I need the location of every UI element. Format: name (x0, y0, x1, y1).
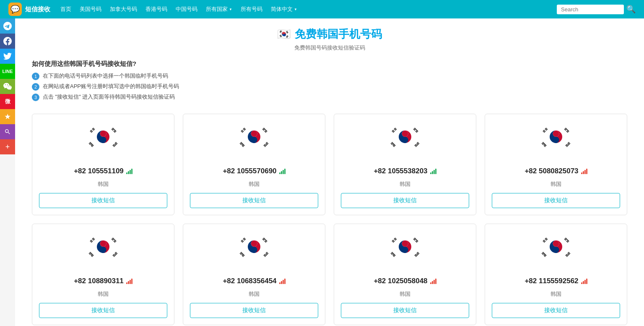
country-flag (386, 124, 424, 162)
receive-sms-button[interactable]: 接收短信 (341, 193, 469, 208)
signal-icon (279, 278, 286, 284)
country-flag (84, 234, 122, 272)
flag-emoji: 🇰🇷 (277, 28, 291, 41)
country-label: 韩国 (400, 290, 410, 298)
svg-point-23 (101, 132, 105, 136)
phone-card: +82 1025058048 韩国 接收短信 (334, 224, 476, 325)
phone-number: +82 108890311 (74, 277, 132, 285)
phone-number: +82 1055538203 (374, 167, 436, 175)
page-title: 🇰🇷 免费韩国手机号码 (32, 27, 627, 42)
step-num-1: 1 (32, 73, 39, 80)
svg-point-149 (252, 248, 256, 252)
phone-card: +82 1068356454 韩国 接收短信 (183, 224, 325, 325)
phone-number: +82 1068356454 (223, 277, 285, 285)
search-area: 🔍 (557, 5, 636, 14)
nav-usa[interactable]: 美国号码 (80, 5, 101, 13)
country-label: 韩国 (249, 290, 260, 298)
sidebar-facebook[interactable] (0, 34, 15, 49)
svg-point-199 (554, 248, 558, 252)
signal-icon (581, 168, 587, 174)
phone-card: +82 105551109 韩国 接收短信 (32, 114, 174, 215)
logo-text: 短信接收 (25, 5, 50, 13)
svg-point-73 (403, 132, 407, 136)
how-to-title: 如何使用这些韩国手机号码接收短信? (32, 60, 627, 68)
svg-point-174 (403, 248, 407, 252)
svg-point-49 (252, 138, 256, 142)
signal-icon (430, 278, 436, 284)
svg-point-198 (554, 242, 558, 245)
header: 💬 短信接收 首页 美国号码 加拿大号码 香港号码 中国号码 所有国家 所有号码… (0, 0, 644, 18)
country-label: 韩国 (551, 290, 561, 298)
step-num-2: 2 (32, 83, 39, 91)
nav-home[interactable]: 首页 (60, 5, 71, 13)
country-label: 韩国 (249, 180, 260, 188)
svg-point-148 (252, 242, 256, 245)
receive-sms-button[interactable]: 接收短信 (39, 193, 167, 208)
receive-sms-button[interactable]: 接收短信 (190, 193, 318, 208)
step-3: 3 点击 "接收短信" 进入页面等待韩国号码接收短信验证码 (32, 93, 627, 101)
nav-all-countries[interactable]: 所有国家 (206, 5, 232, 13)
phone-card: +82 5080825073 韩国 接收短信 (485, 114, 627, 215)
search-icon[interactable]: 🔍 (626, 5, 636, 14)
page-header: 🇰🇷 免费韩国手机号码 免费韩国号码接收短信验证码 (32, 27, 627, 52)
sidebar-plus[interactable]: + (0, 139, 15, 154)
cards-grid: +82 105551109 韩国 接收短信 (32, 114, 627, 325)
receive-sms-button[interactable]: 接收短信 (190, 303, 318, 318)
step-num-3: 3 (32, 94, 39, 101)
sidebar-line[interactable]: LINE (0, 64, 15, 79)
svg-point-98 (554, 132, 558, 136)
nav-china[interactable]: 中国号码 (176, 5, 197, 13)
country-flag (537, 124, 575, 162)
sidebar-telegram[interactable] (0, 18, 15, 34)
country-label: 韩国 (400, 180, 410, 188)
page-subtitle: 免费韩国号码接收短信验证码 (32, 44, 627, 52)
country-label: 韩国 (98, 290, 109, 298)
signal-icon (126, 278, 132, 284)
how-to-section: 如何使用这些韩国手机号码接收短信? 1 在下面的电话号码列表中选择一个韩国临时手… (32, 60, 627, 101)
svg-point-99 (554, 138, 558, 142)
phone-card: +82 1155592562 韩国 接收短信 (485, 224, 627, 325)
phone-card: +82 1055570690 韩国 接收短信 (183, 114, 325, 215)
phone-number: +82 1155592562 (525, 277, 587, 285)
receive-sms-button[interactable]: 接收短信 (341, 303, 469, 318)
step-2: 2 在网站或者APP账号注册时填写选中的韩国临时手机号码 (32, 83, 627, 91)
nav-language[interactable]: 简体中文 (271, 5, 297, 13)
nav-canada[interactable]: 加拿大号码 (110, 5, 137, 13)
svg-point-48 (252, 132, 256, 136)
receive-sms-button[interactable]: 接收短信 (492, 193, 620, 208)
phone-card: +82 108890311 韩国 接收短信 (32, 224, 174, 325)
sidebar-weibo[interactable]: 微 (0, 94, 15, 109)
signal-icon (430, 168, 436, 174)
nav-hk[interactable]: 香港号码 (145, 5, 167, 13)
sidebar-twitter[interactable] (0, 49, 15, 64)
receive-sms-button[interactable]: 接收短信 (39, 303, 167, 318)
logo-icon: 💬 (8, 3, 22, 16)
logo-area[interactable]: 💬 短信接收 (8, 3, 50, 16)
svg-point-173 (403, 242, 407, 245)
signal-icon (581, 278, 587, 284)
country-flag (84, 124, 122, 162)
sidebar-star[interactable]: ★ (0, 109, 15, 124)
sidebar-wechat[interactable] (0, 79, 15, 94)
svg-point-123 (101, 242, 105, 245)
country-flag (386, 234, 424, 272)
phone-number: +82 105551109 (74, 167, 132, 175)
phone-number: +82 1055570690 (223, 167, 285, 175)
svg-point-24 (101, 138, 105, 142)
nav-all-numbers[interactable]: 所有号码 (241, 5, 262, 13)
signal-icon (126, 168, 132, 174)
receive-sms-button[interactable]: 接收短信 (492, 303, 620, 318)
country-label: 韩国 (551, 180, 561, 188)
country-flag (235, 234, 273, 272)
sidebar: LINE 微 ★ + (0, 18, 15, 154)
main-content: 🇰🇷 免费韩国手机号码 免费韩国号码接收短信验证码 如何使用这些韩国手机号码接收… (15, 18, 644, 326)
nav-links: 首页 美国号码 加拿大号码 香港号码 中国号码 所有国家 所有号码 简体中文 (60, 5, 297, 13)
svg-point-124 (101, 248, 105, 252)
country-label: 韩国 (98, 180, 109, 188)
search-input[interactable] (557, 5, 624, 14)
sidebar-search[interactable] (0, 124, 15, 139)
phone-number: +82 5080825073 (525, 167, 587, 175)
country-flag (235, 124, 273, 162)
step-1: 1 在下面的电话号码列表中选择一个韩国临时手机号码 (32, 72, 627, 80)
svg-point-74 (403, 138, 407, 142)
